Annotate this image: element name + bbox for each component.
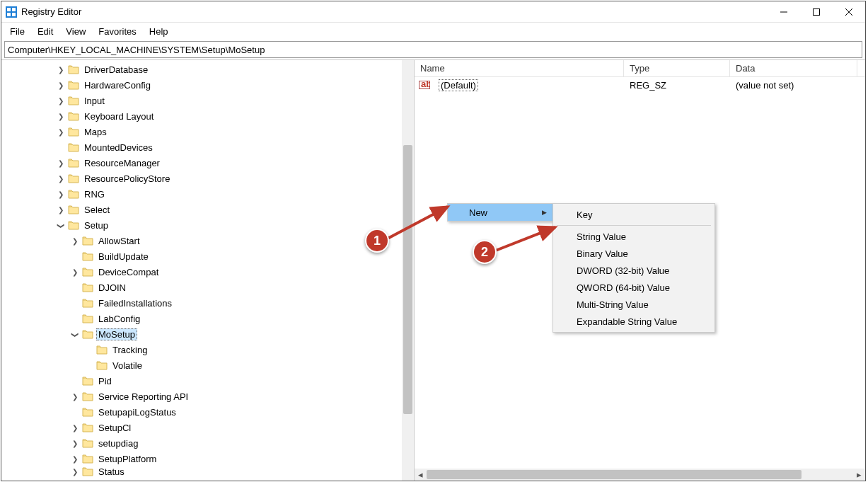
ctx-item[interactable]: Key (555, 206, 712, 223)
expand-toggle-icon[interactable]: ❯ (69, 268, 81, 276)
tree-node[interactable]: ❯Setup (4, 217, 414, 233)
expand-toggle-icon[interactable]: ❯ (55, 113, 66, 120)
expand-toggle-icon[interactable]: ❯ (55, 128, 66, 136)
expand-toggle-icon[interactable]: ❯ (69, 393, 81, 401)
context-submenu-new[interactable]: KeyString ValueBinary ValueDWORD (32-bit… (552, 203, 715, 333)
folder-icon (68, 205, 79, 214)
registry-editor-window: Registry Editor File Edit View Favorites… (1, 1, 866, 481)
tree-node-label: Select (82, 205, 112, 215)
tree-node-label: Setup (82, 220, 110, 231)
tree-node-label: BuildUpdate (96, 251, 151, 262)
ctx-item[interactable]: Multi-String Value (555, 296, 712, 313)
expand-toggle-icon[interactable]: ❯ (71, 328, 79, 340)
tree-node[interactable]: ❯MoSetup (4, 326, 414, 342)
menu-help[interactable]: Help (144, 25, 174, 38)
ctx-item[interactable]: QWORD (64-bit) Value (555, 279, 712, 296)
folder-icon (68, 142, 79, 152)
titlebar[interactable]: Registry Editor (1, 1, 865, 23)
folder-icon (82, 376, 93, 386)
expand-toggle-icon[interactable]: ❯ (55, 175, 66, 183)
menu-file[interactable]: File (4, 25, 30, 38)
expand-toggle-icon[interactable]: ❯ (55, 190, 66, 198)
tree-node[interactable]: ❯RNG (4, 186, 414, 202)
minimize-button[interactable] (768, 1, 800, 23)
svg-rect-4 (12, 13, 16, 16)
tree-node[interactable]: MountedDevices (4, 139, 414, 155)
scroll-track[interactable] (427, 469, 853, 481)
tree-node[interactable]: ❯Maps (4, 124, 414, 139)
vertical-scrollbar[interactable] (402, 60, 414, 481)
tree-node-label: Volatile (110, 360, 144, 371)
scroll-thumb[interactable] (403, 145, 412, 414)
col-name[interactable]: Name (415, 60, 624, 76)
tree-node-label: MountedDevices (82, 142, 155, 153)
col-type[interactable]: Type (624, 60, 730, 76)
folder-icon (82, 466, 93, 476)
tree-node-label: Pid (96, 376, 114, 386)
tree-pane[interactable]: ❯DriverDatabase❯HardwareConfig❯Input❯Key… (1, 60, 415, 481)
scroll-left-button[interactable]: ◂ (415, 469, 427, 481)
maximize-button[interactable] (800, 1, 833, 23)
expand-toggle-icon[interactable]: ❯ (57, 219, 65, 231)
tree-node[interactable]: BuildUpdate (4, 248, 414, 264)
menu-view[interactable]: View (60, 25, 91, 38)
tree-node[interactable]: Pid (4, 373, 414, 389)
expand-toggle-icon[interactable]: ❯ (55, 97, 66, 105)
tree-node[interactable]: ❯Service Reporting API (4, 389, 414, 404)
list-row[interactable]: ab (Default) REG_SZ (value not set) (415, 77, 865, 93)
menu-edit[interactable]: Edit (32, 25, 59, 38)
tree-node[interactable]: Tracking (4, 342, 414, 357)
expand-toggle-icon[interactable]: ❯ (69, 424, 81, 432)
expand-toggle-icon[interactable]: ❯ (55, 81, 66, 89)
tree-node[interactable]: SetupapiLogStatus (4, 404, 414, 420)
menu-favorites[interactable]: Favorites (93, 25, 141, 38)
expand-toggle-icon[interactable]: ❯ (69, 237, 81, 245)
registry-tree[interactable]: ❯DriverDatabase❯HardwareConfig❯Input❯Key… (1, 60, 414, 478)
expand-toggle-icon[interactable]: ❯ (55, 66, 66, 74)
col-data[interactable]: Data (730, 60, 857, 76)
expand-toggle-icon[interactable]: ❯ (55, 206, 66, 214)
tree-node[interactable]: ❯SetupCl (4, 420, 414, 435)
tree-node-label: Service Reporting API (96, 391, 190, 402)
tree-node[interactable]: FailedInstallations (4, 295, 414, 311)
tree-node[interactable]: ❯SetupPlatform (4, 451, 414, 466)
expand-toggle-icon[interactable]: ❯ (69, 455, 81, 463)
tree-node[interactable]: LabConfig (4, 311, 414, 326)
tree-node[interactable]: ❯Input (4, 93, 414, 108)
ctx-item[interactable]: Binary Value (555, 245, 712, 262)
tree-node-label: SetupCl (96, 423, 133, 433)
tree-node[interactable]: DJOIN (4, 280, 414, 295)
value-name: (Default) (433, 80, 624, 91)
close-button[interactable] (833, 1, 865, 23)
folder-icon (96, 360, 108, 370)
tree-node[interactable]: ❯Status (4, 466, 414, 476)
horizontal-scrollbar[interactable]: ◂ ▸ (415, 469, 865, 481)
scroll-thumb[interactable] (427, 470, 802, 479)
ctx-new[interactable]: New ▶ (448, 204, 552, 221)
expand-toggle-icon[interactable]: ❯ (69, 440, 81, 447)
tree-node[interactable]: ❯ResourceManager (4, 155, 414, 171)
tree-node[interactable]: ❯DeviceCompat (4, 264, 414, 280)
expand-toggle-icon[interactable]: ❯ (55, 159, 66, 167)
tree-node[interactable]: Volatile (4, 357, 414, 373)
tree-node-label: MoSetup (96, 328, 137, 340)
folder-icon (82, 454, 93, 464)
ctx-item[interactable]: Expandable String Value (555, 313, 712, 330)
ctx-item[interactable]: DWORD (32-bit) Value (555, 262, 712, 279)
tree-node-label: DeviceCompat (96, 267, 161, 277)
ctx-item[interactable]: String Value (555, 228, 712, 245)
tree-node[interactable]: ❯ResourcePolicyStore (4, 171, 414, 186)
tree-node-label: DriverDatabase (82, 64, 150, 75)
tree-node[interactable]: ❯Select (4, 202, 414, 217)
tree-node[interactable]: ❯setupdiag (4, 435, 414, 451)
tree-node-label: Tracking (110, 345, 149, 355)
address-bar[interactable]: Computer\HKEY_LOCAL_MACHINE\SYSTEM\Setup… (4, 41, 862, 58)
expand-toggle-icon[interactable]: ❯ (69, 468, 81, 476)
tree-node[interactable]: ❯AllowStart (4, 233, 414, 248)
tree-node[interactable]: ❯HardwareConfig (4, 77, 414, 93)
tree-node[interactable]: ❯DriverDatabase (4, 62, 414, 77)
folder-icon (82, 314, 93, 323)
context-menu[interactable]: New ▶ (447, 203, 553, 222)
tree-node[interactable]: ❯Keyboard Layout (4, 108, 414, 124)
scroll-right-button[interactable]: ▸ (853, 469, 865, 481)
